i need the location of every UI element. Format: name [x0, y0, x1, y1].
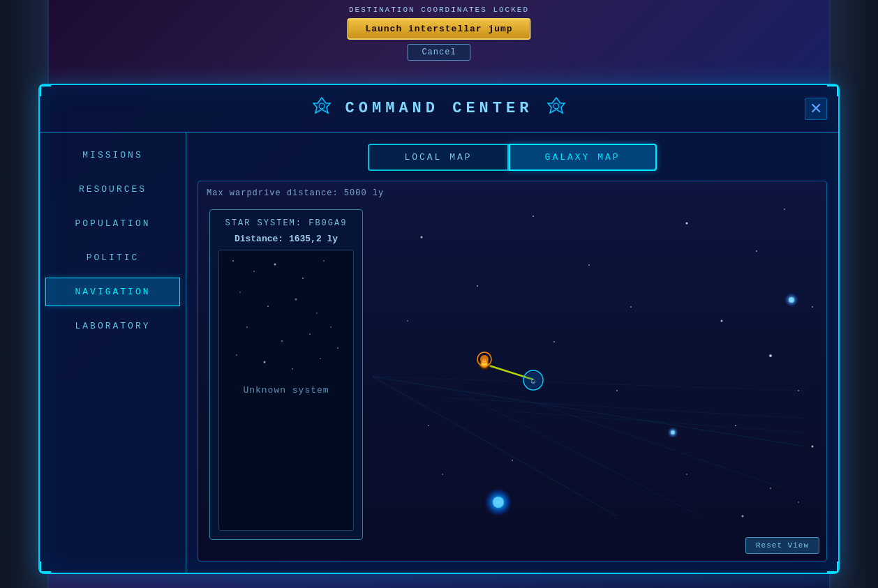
svg-point-68 [337, 347, 338, 349]
svg-point-26 [616, 390, 618, 391]
svg-point-39 [477, 352, 491, 366]
svg-point-31 [442, 474, 443, 475]
system-card-preview: Unknown system [218, 250, 354, 531]
svg-point-45 [484, 488, 512, 516]
svg-point-54 [302, 278, 304, 279]
svg-point-29 [686, 474, 687, 475]
svg-point-61 [281, 340, 283, 342]
svg-point-46 [493, 497, 504, 508]
system-card-distance: Distance: 1635,2 ly [218, 234, 354, 244]
destination-locked-text: DESTINATION COORDINATES LOCKED [349, 6, 529, 14]
svg-point-19 [812, 306, 813, 308]
svg-point-64 [236, 354, 237, 356]
svg-point-28 [812, 446, 814, 448]
svg-point-60 [246, 326, 248, 328]
svg-point-48 [789, 297, 794, 303]
svg-point-21 [477, 285, 478, 287]
svg-line-6 [456, 391, 701, 516]
cancel-button[interactable]: Cancel [407, 44, 470, 61]
sidebar-item-navigation[interactable]: NAVIGATION [45, 278, 180, 306]
svg-point-42 [523, 370, 543, 390]
svg-point-32 [512, 460, 513, 461]
panel-header: COMMAND CENTER ✕ [40, 85, 838, 133]
svg-point-58 [295, 299, 297, 301]
svg-point-18 [721, 320, 723, 322]
tab-galaxy-map[interactable]: GALAXY MAP [509, 144, 657, 171]
command-panel: COMMAND CENTER ✕ MISSIONS RESOURCES POPU… [38, 84, 840, 574]
svg-point-36 [479, 359, 490, 370]
svg-point-51 [232, 260, 234, 262]
panel-title: COMMAND CENTER [345, 100, 533, 117]
svg-point-62 [309, 333, 311, 335]
panel-body: MISSIONS RESOURCES POPULATION POLITIC NA… [40, 133, 838, 573]
svg-point-16 [784, 209, 785, 210]
map-info-bar: Max warpdrive distance: 5000 ly [207, 188, 384, 198]
svg-line-8 [373, 377, 805, 391]
svg-point-43 [525, 372, 542, 389]
svg-point-33 [798, 502, 799, 503]
top-notification: DESTINATION COORDINATES LOCKED Launch in… [347, 0, 530, 61]
system-card: STAR SYSTEM: FB0GA9 Distance: 1635,2 ly [209, 209, 363, 540]
sidebar-item-resources[interactable]: RESOURCES [45, 175, 180, 204]
svg-point-11 [421, 236, 423, 239]
emblem-right [546, 96, 566, 121]
tab-bar: LOCAL MAP GALAXY MAP [198, 144, 827, 171]
map-container[interactable]: Max warpdrive distance: 5000 ly [198, 181, 827, 561]
svg-point-23 [769, 354, 772, 357]
sidebar-item-population[interactable]: POPULATION [45, 209, 180, 238]
svg-point-56 [239, 292, 241, 293]
svg-point-38 [482, 361, 487, 367]
svg-point-66 [292, 368, 293, 370]
sidebar-item-missions[interactable]: MISSIONS [45, 141, 180, 169]
emblem-left [312, 96, 332, 121]
svg-point-47 [784, 293, 798, 307]
svg-point-59 [316, 312, 318, 314]
svg-point-25 [428, 425, 429, 426]
sidebar: MISSIONS RESOURCES POPULATION POLITIC NA… [40, 133, 186, 573]
tab-local-map[interactable]: LOCAL MAP [368, 144, 508, 171]
svg-point-30 [770, 488, 771, 489]
svg-point-13 [588, 264, 590, 266]
svg-marker-0 [313, 98, 330, 113]
reset-view-button[interactable]: Reset View [745, 537, 819, 554]
svg-line-9 [442, 398, 805, 419]
svg-point-40 [480, 355, 489, 363]
svg-point-53 [274, 264, 276, 266]
svg-point-67 [320, 358, 321, 359]
svg-point-49 [667, 427, 678, 438]
svg-marker-2 [548, 98, 565, 113]
svg-point-12 [533, 216, 534, 217]
svg-point-14 [686, 223, 688, 225]
svg-text:☺: ☺ [531, 378, 536, 386]
svg-line-7 [540, 405, 784, 488]
system-card-title: STAR SYSTEM: FB0GA9 [218, 218, 354, 228]
svg-line-5 [373, 377, 617, 516]
close-button[interactable]: ✕ [805, 98, 827, 120]
svg-point-27 [735, 425, 736, 426]
unknown-system-label: Unknown system [243, 385, 329, 395]
sidebar-item-laboratory[interactable]: LABORATORY [45, 312, 180, 340]
svg-point-34 [742, 515, 744, 518]
svg-text:☺: ☺ [483, 357, 486, 363]
main-content: LOCAL MAP GALAXY MAP Max warpdrive dista… [186, 133, 838, 573]
launch-jump-button[interactable]: Launch interstellar jump [347, 18, 530, 40]
svg-point-65 [264, 361, 266, 363]
svg-point-24 [798, 390, 799, 391]
svg-point-22 [553, 341, 555, 342]
svg-point-37 [477, 357, 491, 371]
svg-point-17 [630, 306, 632, 308]
svg-point-63 [330, 326, 332, 328]
svg-point-20 [407, 320, 408, 322]
svg-line-4 [373, 377, 805, 446]
svg-point-15 [756, 250, 757, 252]
svg-line-35 [484, 364, 533, 379]
svg-point-55 [323, 260, 325, 262]
svg-point-52 [253, 271, 255, 272]
sidebar-item-politic[interactable]: POLITIC [45, 243, 180, 272]
svg-point-57 [267, 306, 269, 307]
svg-line-10 [512, 412, 805, 432]
svg-point-50 [671, 430, 675, 435]
